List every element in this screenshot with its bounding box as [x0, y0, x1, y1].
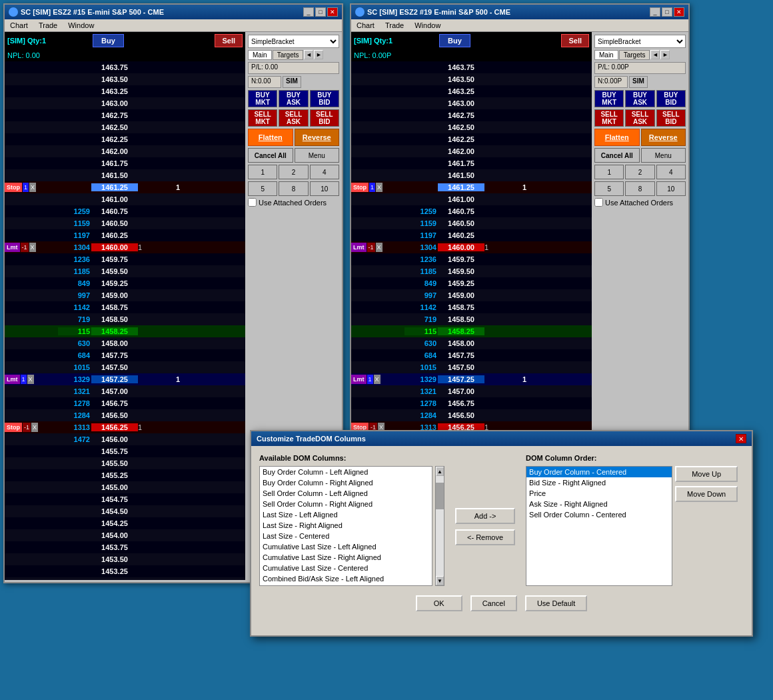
menu-btn-1[interactable]: Menu [295, 148, 340, 163]
scroll-handle[interactable] [436, 483, 444, 509]
lmt-badge-2[interactable]: Lmt [351, 243, 367, 252]
list-item[interactable]: Buy Order Column - Centered [526, 467, 672, 477]
menu1-window[interactable]: Window [65, 21, 97, 30]
move-down-btn[interactable]: Move Down [675, 486, 738, 502]
buy-ask-btn-1[interactable]: BUYASK [279, 90, 308, 107]
sell-mkt-btn-1[interactable]: SELLMKT [248, 109, 277, 127]
window2-minimize[interactable]: _ [650, 7, 660, 17]
stop-badge-2[interactable]: Stop [351, 183, 369, 192]
menu2-trade[interactable]: Trade [383, 21, 406, 30]
list-item[interactable]: Bid Size - Right Aligned [526, 477, 672, 488]
sell-ask-btn-1[interactable]: SELLASK [279, 109, 308, 127]
qty-5-btn-2[interactable]: 5 [594, 181, 624, 196]
menu1-chart[interactable]: Chart [7, 21, 31, 30]
order-listbox[interactable]: Buy Order Column - Centered Bid Size - R… [526, 466, 672, 586]
nav-left-1[interactable]: ◄ [304, 50, 313, 59]
qty-10-btn-1[interactable]: 10 [310, 181, 339, 196]
window1-minimize[interactable]: _ [303, 7, 314, 17]
list-item[interactable]: Last Size - Centered [260, 531, 432, 541]
qty-4-btn-1[interactable]: 4 [310, 165, 339, 179]
buy-mkt-btn-1[interactable]: BUYMKT [248, 90, 277, 107]
buy-ask-btn-2[interactable]: BUYASK [625, 90, 654, 107]
ok-btn[interactable]: OK [416, 595, 462, 611]
cancel-all-btn-1[interactable]: Cancel All [248, 148, 293, 163]
list-item[interactable]: Last Size - Left Aligned [260, 509, 432, 520]
sell-bid-btn-1[interactable]: SELLBID [310, 109, 339, 127]
window2-maximize[interactable]: □ [662, 7, 672, 17]
stop-badge-1[interactable]: Stop [5, 183, 22, 192]
lmt-badge-pos[interactable]: Lmt [5, 375, 20, 384]
flatten-btn-2[interactable]: Flatten [594, 129, 640, 146]
window1-maximize[interactable]: □ [315, 7, 326, 17]
scroll-down-btn[interactable]: ▼ [436, 576, 444, 585]
sell-mkt-btn-2[interactable]: SELLMKT [594, 109, 624, 127]
qty-1-btn-2[interactable]: 1 [594, 165, 624, 179]
buy-bid-btn-2[interactable]: BUYBID [656, 90, 686, 107]
attached-orders-cb-1[interactable] [248, 198, 257, 207]
list-item[interactable]: Combined Bid/Ask Size - Left Aligned [260, 573, 432, 584]
menu-btn-2[interactable]: Menu [641, 148, 686, 163]
sell-bid-btn-2[interactable]: SELLBID [656, 109, 686, 127]
qty-8-btn-1[interactable]: 8 [279, 181, 308, 196]
list-item[interactable]: Cumulative Last Size - Left Aligned [260, 541, 432, 552]
buy-mkt-btn-2[interactable]: BUYMKT [594, 90, 624, 107]
tab-targets-2[interactable]: Targets [619, 50, 650, 60]
lmt-x-pos[interactable]: X [27, 375, 34, 384]
qty-2-btn-2[interactable]: 2 [625, 165, 654, 179]
window2-controls[interactable]: _ □ ✕ [650, 7, 684, 17]
menu2-chart[interactable]: Chart [354, 21, 377, 30]
list-item[interactable]: Last Size - Right Aligned [260, 520, 432, 531]
lmt-x-pos-2[interactable]: X [374, 375, 381, 384]
menu1-trade[interactable]: Trade [36, 21, 60, 30]
tab-main-1[interactable]: Main [248, 50, 272, 60]
list-item[interactable]: Sell Order Column - Right Aligned [260, 499, 432, 509]
window1-close[interactable]: ✕ [327, 7, 338, 17]
reverse-btn-1[interactable]: Reverse [295, 129, 340, 146]
stop-x-2[interactable]: X [376, 183, 383, 192]
stop-badge-neg[interactable]: Stop [5, 423, 22, 432]
use-default-btn[interactable]: Use Default [525, 595, 587, 611]
bracket-select-2[interactable]: SimpleBracket [594, 35, 686, 48]
qty-1-btn-1[interactable]: 1 [248, 165, 277, 179]
lmt-x-2[interactable]: X [376, 243, 383, 252]
buy-bid-btn-1[interactable]: BUYBID [310, 90, 339, 107]
window2-close[interactable]: ✕ [674, 7, 684, 17]
menu2-window[interactable]: Window [412, 21, 443, 30]
dialog-close-btn[interactable]: ✕ [736, 434, 746, 443]
cancel-btn[interactable]: Cancel [470, 595, 517, 611]
dom2-buy-btn[interactable]: Buy [439, 34, 470, 47]
qty-4-btn-2[interactable]: 4 [656, 165, 686, 179]
available-listbox[interactable]: Buy Order Column - Left Aligned Buy Orde… [259, 466, 432, 586]
lmt-x-1[interactable]: X [29, 243, 36, 252]
reverse-btn-2[interactable]: Reverse [641, 129, 686, 146]
list-item[interactable]: Cumulative Last Size - Centered [260, 563, 432, 573]
window1-controls[interactable]: _ □ ✕ [303, 7, 338, 17]
list-item[interactable]: Cumulative Last Size - Right Aligned [260, 552, 432, 563]
list-item[interactable]: Sell Order Column - Left Aligned [260, 488, 432, 499]
tab-main-2[interactable]: Main [594, 50, 618, 60]
list-item[interactable]: Ask Size - Right Aligned [526, 499, 672, 509]
flatten-btn-1[interactable]: Flatten [248, 129, 293, 146]
sell-ask-btn-2[interactable]: SELLASK [625, 109, 654, 127]
stop-x-1[interactable]: X [29, 183, 36, 192]
bracket-select-1[interactable]: SimpleBracket [248, 35, 339, 48]
nav-right-1[interactable]: ► [314, 50, 323, 59]
qty-5-btn-1[interactable]: 5 [248, 181, 277, 196]
stop-x-neg[interactable]: X [31, 423, 38, 432]
list-item[interactable]: Price [526, 488, 672, 499]
list-item[interactable]: Buy Order Column - Right Aligned [260, 477, 432, 488]
qty-8-btn-2[interactable]: 8 [625, 181, 654, 196]
list-item[interactable]: Combined Bid/Ask Size - Right Aligne... [260, 584, 432, 586]
nav-right-2[interactable]: ► [660, 50, 670, 59]
list-item[interactable]: Buy Order Column - Left Aligned [260, 467, 432, 477]
attached-orders-cb-2[interactable] [594, 198, 603, 207]
list-item[interactable]: Sell Order Column - Centered [526, 509, 672, 520]
remove-btn[interactable]: <- Remove [455, 529, 515, 545]
dom2-sell-btn[interactable]: Sell [561, 34, 589, 47]
dom1-buy-btn[interactable]: Buy [93, 34, 124, 47]
nav-left-2[interactable]: ◄ [650, 50, 660, 59]
lmt-badge-pos-2[interactable]: Lmt [351, 375, 367, 384]
tab-targets-1[interactable]: Targets [273, 50, 304, 60]
cancel-all-btn-2[interactable]: Cancel All [594, 148, 640, 163]
move-up-btn[interactable]: Move Up [675, 466, 738, 482]
